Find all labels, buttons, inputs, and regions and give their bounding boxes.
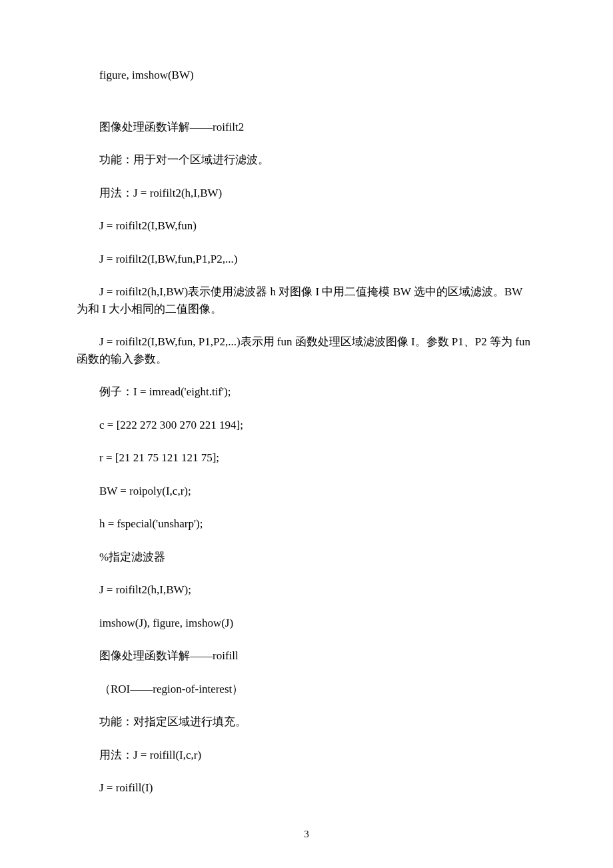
code-line: BW = roipoly(I,c,r);: [77, 483, 536, 500]
page-number: 3: [0, 827, 613, 842]
code-line: c = [222 272 300 270 221 194];: [77, 417, 536, 434]
code-line: h = fspecial('unsharp');: [77, 515, 536, 533]
section-title: 图像处理函数详解——roifill: [77, 647, 536, 665]
code-line: r = [21 21 75 121 121 75];: [77, 449, 536, 467]
body-text: J = roifilt2(I,BW,fun, P1,P2,...)表示用 fun…: [77, 333, 536, 367]
body-text: （ROI——region-of-interest）: [77, 681, 536, 698]
body-text: 功能：用于对一个区域进行滤波。: [77, 151, 536, 169]
code-line: J = roifilt2(I,BW,fun,P1,P2,...): [77, 251, 536, 268]
body-text: 用法：J = roifilt2(h,I,BW): [77, 185, 536, 202]
code-line: figure, imshow(BW): [77, 67, 536, 84]
body-text: 功能：对指定区域进行填充。: [77, 713, 536, 731]
code-line: %指定滤波器: [77, 549, 536, 566]
code-line: J = roifilt2(I,BW,fun): [77, 217, 536, 235]
code-line: J = roifilt2(h,I,BW);: [77, 581, 536, 599]
code-line: J = roifill(I): [77, 779, 536, 797]
body-text: 用法：J = roifill(I,c,r): [77, 747, 536, 764]
body-text: J = roifilt2(h,I,BW)表示使用滤波器 h 对图像 I 中用二值…: [77, 283, 536, 317]
document-page: figure, imshow(BW) 图像处理函数详解——roifilt2 功能…: [0, 0, 613, 868]
body-text: 例子：I = imread('eight.tif');: [77, 383, 536, 401]
section-title: 图像处理函数详解——roifilt2: [77, 119, 536, 136]
code-line: imshow(J), figure, imshow(J): [77, 615, 536, 632]
